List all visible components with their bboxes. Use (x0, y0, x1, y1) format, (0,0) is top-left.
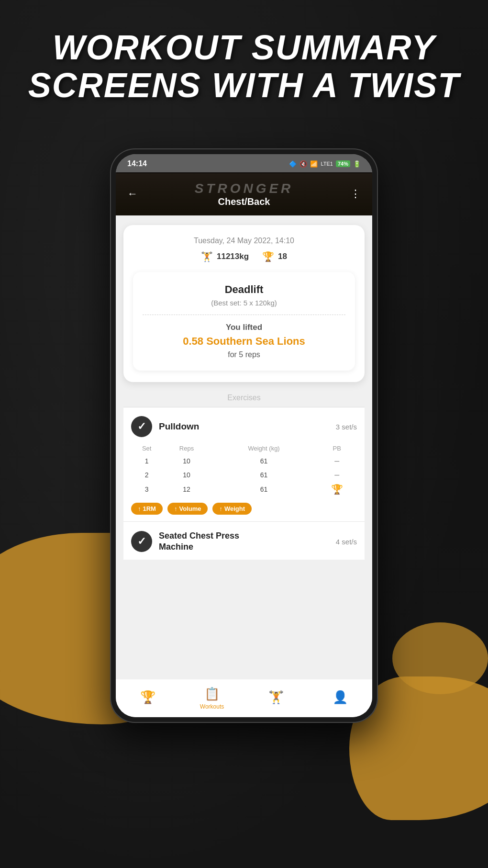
table-row: 1 10 61 – (131, 454, 357, 468)
exercise-highlight-name: Deadlift (143, 283, 345, 296)
trophy-icon: 🏆 (262, 251, 274, 262)
weight-icon: 🏋 (201, 251, 213, 262)
pulldown-exercise: ✓ Pulldown 3 set/s Set Reps Weight ( (123, 407, 365, 522)
back-button[interactable]: ← (127, 188, 138, 200)
weight-value: 11213kg (217, 252, 249, 261)
main-content: Tuesday, 24 May 2022, 14:10 🏋 11213kg 🏆 … (116, 215, 372, 569)
weight-val: 61 (211, 468, 317, 482)
phone-screen: 14:14 🔷 🔇 📶 LTE1 74% 🔋 ← STRONGER (116, 154, 372, 717)
seated-sets: 4 set/s (336, 538, 357, 546)
status-bar: 14:14 🔷 🔇 📶 LTE1 74% 🔋 (116, 154, 372, 173)
workout-name: Chest/Back (195, 196, 294, 207)
for-reps-text: for 5 reps (143, 350, 345, 359)
mute-icon: 🔇 (299, 160, 307, 168)
trophy-count: 18 (278, 252, 287, 261)
weight-val: 61 (211, 482, 317, 497)
seated-check: ✓ (131, 531, 152, 552)
headline-line1: WORKOUT SUMMARY (19, 29, 469, 67)
workouts-nav-icon: 📋 (204, 687, 220, 701)
badge-weight: ↑ Weight (212, 503, 252, 515)
animal-comparison: 0.58 Southern Sea Lions (143, 335, 345, 348)
arrow-up-icon: ↑ (219, 505, 222, 512)
status-icons: 🔷 🔇 📶 LTE1 74% 🔋 (289, 160, 361, 168)
exercises-section-label: Exercises (123, 394, 365, 402)
seated-name: Seated Chest PressMachine (159, 530, 239, 553)
reps-val: 12 (162, 482, 211, 497)
pulldown-sets-table: Set Reps Weight (kg) PB 1 10 61 (131, 443, 357, 497)
battery-indicator: 74% (336, 160, 350, 167)
arrow-up-icon: ↑ (174, 505, 177, 512)
trophy-stat: 🏆 18 (262, 251, 287, 262)
exercise-nav-icon: 🏋 (268, 690, 284, 705)
exercise-best-set: (Best set: 5 x 120kg) (143, 299, 345, 307)
weight-val: 61 (211, 454, 317, 468)
phone-frame: 14:14 🔷 🔇 📶 LTE1 74% 🔋 ← STRONGER (110, 148, 378, 723)
card-divider (143, 315, 345, 315)
set-num: 2 (131, 468, 162, 482)
signal-icon: LTE1 (321, 161, 333, 167)
badges-row: ↑ 1RM ↑ Volume ↑ Weight (131, 503, 357, 515)
pulldown-sets: 3 set/s (336, 423, 357, 431)
gold-decoration-top-right (392, 622, 488, 694)
workouts-nav-label: Workouts (200, 703, 224, 710)
badge-1rm-label: 1RM (143, 505, 156, 512)
bottom-nav: 🏆 📋 Workouts 🏋 👤 (116, 679, 372, 717)
header-title-block: STRONGER Chest/Back (195, 181, 294, 207)
seated-exercise: ✓ Seated Chest PressMachine 4 set/s (123, 522, 365, 560)
summary-card: Tuesday, 24 May 2022, 14:10 🏋 11213kg 🏆 … (123, 225, 365, 382)
menu-button[interactable]: ⋮ (350, 188, 361, 200)
pb-val: – (317, 454, 357, 468)
check-icon: ✓ (137, 535, 146, 548)
nav-item-trophy[interactable]: 🏆 (116, 690, 180, 707)
exercise-highlight-card: Deadlift (Best set: 5 x 120kg) You lifte… (133, 272, 355, 371)
badge-weight-label: Weight (224, 505, 245, 512)
pulldown-check: ✓ (131, 416, 152, 437)
badge-1rm: ↑ 1RM (131, 503, 163, 515)
nav-item-profile[interactable]: 👤 (308, 690, 372, 707)
summary-stats: 🏋 11213kg 🏆 18 (133, 251, 355, 262)
reps-val: 10 (162, 468, 211, 482)
wifi-icon: 📶 (310, 160, 318, 168)
profile-nav-icon: 👤 (333, 690, 348, 705)
pb-trophy: 🏆 (317, 482, 357, 497)
set-num: 3 (131, 482, 162, 497)
arrow-up-icon: ↑ (138, 505, 141, 512)
workout-date: Tuesday, 24 May 2022, 14:10 (133, 237, 355, 245)
nav-item-workouts[interactable]: 📋 Workouts (180, 687, 244, 710)
pulldown-header: ✓ Pulldown 3 set/s (131, 416, 357, 437)
check-icon: ✓ (137, 420, 146, 433)
set-num: 1 (131, 454, 162, 468)
headline-line2: SCREENS WITH A TWIST (19, 67, 469, 104)
trophy-nav-icon: 🏆 (140, 690, 155, 705)
app-header: ← STRONGER Chest/Back ⋮ (116, 172, 372, 215)
badge-volume-label: Volume (179, 505, 201, 512)
col-weight: Weight (kg) (211, 443, 317, 454)
reps-val: 10 (162, 454, 211, 468)
badge-volume: ↑ Volume (167, 503, 208, 515)
pulldown-left: ✓ Pulldown (131, 416, 199, 437)
seated-left: ✓ Seated Chest PressMachine (131, 530, 239, 553)
pulldown-name: Pulldown (159, 421, 199, 432)
status-time: 14:14 (127, 159, 147, 168)
bluetooth-icon: 🔷 (289, 160, 297, 168)
nav-item-exercise[interactable]: 🏋 (244, 690, 308, 707)
col-reps: Reps (162, 443, 211, 454)
col-set: Set (131, 443, 162, 454)
app-name: STRONGER (195, 181, 294, 196)
pb-val: – (317, 468, 357, 482)
seated-header: ✓ Seated Chest PressMachine 4 set/s (131, 530, 357, 553)
battery-icon: 🔋 (353, 160, 361, 168)
you-lifted-label: You lifted (143, 323, 345, 332)
col-pb: PB (317, 443, 357, 454)
page-headline: WORKOUT SUMMARY SCREENS WITH A TWIST (0, 29, 488, 104)
phone-mockup: 14:14 🔷 🔇 📶 LTE1 74% 🔋 ← STRONGER (110, 148, 378, 723)
table-row: 3 12 61 🏆 (131, 482, 357, 497)
table-row: 2 10 61 – (131, 468, 357, 482)
weight-stat: 🏋 11213kg (201, 251, 249, 262)
